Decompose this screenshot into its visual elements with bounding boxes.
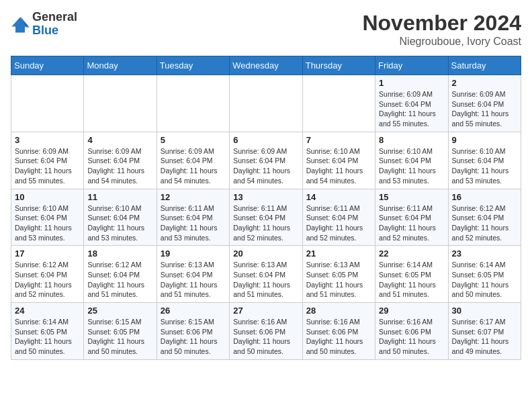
calendar-day-cell: 11Sunrise: 6:10 AM Sunset: 6:04 PM Dayli… [84,189,157,246]
calendar-day-cell [302,75,375,132]
day-info: Sunrise: 6:09 AM Sunset: 6:04 PM Dayligh… [15,146,80,186]
logo-text: General Blue [32,11,77,38]
calendar-week-row: 3Sunrise: 6:09 AM Sunset: 6:04 PM Daylig… [11,132,521,189]
day-number: 16 [452,192,517,202]
calendar-day-cell [157,75,229,132]
calendar-day-cell: 20Sunrise: 6:13 AM Sunset: 6:04 PM Dayli… [230,246,302,303]
calendar-day-cell: 3Sunrise: 6:09 AM Sunset: 6:04 PM Daylig… [11,132,84,189]
day-info: Sunrise: 6:16 AM Sunset: 6:06 PM Dayligh… [379,317,444,357]
calendar-day-cell: 17Sunrise: 6:12 AM Sunset: 6:04 PM Dayli… [11,246,84,303]
day-info: Sunrise: 6:14 AM Sunset: 6:05 PM Dayligh… [15,317,80,357]
day-number: 4 [87,135,152,145]
day-number: 23 [452,248,517,259]
day-number: 27 [233,306,298,316]
day-number: 9 [452,135,517,145]
day-number: 15 [379,192,444,202]
calendar-week-row: 10Sunrise: 6:10 AM Sunset: 6:04 PM Dayli… [11,189,521,246]
calendar-day-cell: 12Sunrise: 6:11 AM Sunset: 6:04 PM Dayli… [157,189,229,246]
day-info: Sunrise: 6:13 AM Sunset: 6:05 PM Dayligh… [306,260,371,300]
day-info: Sunrise: 6:09 AM Sunset: 6:04 PM Dayligh… [379,89,444,129]
location-title: Niegrouboue, Ivory Coast [362,36,521,48]
day-info: Sunrise: 6:15 AM Sunset: 6:05 PM Dayligh… [87,317,152,357]
day-of-week-header: Saturday [448,56,521,75]
calendar-day-cell: 5Sunrise: 6:09 AM Sunset: 6:04 PM Daylig… [157,132,229,189]
calendar-day-cell: 8Sunrise: 6:10 AM Sunset: 6:04 PM Daylig… [375,132,448,189]
day-number: 20 [233,248,298,259]
day-number: 6 [233,135,298,145]
calendar-day-cell: 18Sunrise: 6:12 AM Sunset: 6:04 PM Dayli… [84,246,157,303]
day-number: 19 [161,248,226,259]
calendar-week-row: 24Sunrise: 6:14 AM Sunset: 6:05 PM Dayli… [11,303,521,360]
day-info: Sunrise: 6:15 AM Sunset: 6:06 PM Dayligh… [161,317,226,357]
day-number: 30 [452,306,517,316]
calendar-day-cell: 27Sunrise: 6:16 AM Sunset: 6:06 PM Dayli… [230,303,302,360]
title-block: November 2024 Niegrouboue, Ivory Coast [362,11,521,48]
day-number: 21 [306,248,371,259]
calendar-day-cell: 15Sunrise: 6:11 AM Sunset: 6:04 PM Dayli… [375,189,448,246]
calendar-day-cell: 26Sunrise: 6:15 AM Sunset: 6:06 PM Dayli… [157,303,229,360]
day-info: Sunrise: 6:16 AM Sunset: 6:06 PM Dayligh… [233,317,298,357]
calendar-day-cell: 14Sunrise: 6:11 AM Sunset: 6:04 PM Dayli… [302,189,375,246]
day-info: Sunrise: 6:13 AM Sunset: 6:04 PM Dayligh… [233,260,298,300]
calendar-day-cell: 19Sunrise: 6:13 AM Sunset: 6:04 PM Dayli… [157,246,229,303]
day-info: Sunrise: 6:16 AM Sunset: 6:06 PM Dayligh… [306,317,371,357]
day-info: Sunrise: 6:11 AM Sunset: 6:04 PM Dayligh… [306,203,371,243]
logo-icon [11,15,30,34]
day-of-week-header: Sunday [11,56,84,75]
calendar-day-cell [230,75,302,132]
day-info: Sunrise: 6:12 AM Sunset: 6:04 PM Dayligh… [87,260,152,300]
day-info: Sunrise: 6:12 AM Sunset: 6:04 PM Dayligh… [15,260,80,300]
day-info: Sunrise: 6:17 AM Sunset: 6:07 PM Dayligh… [452,317,517,357]
day-of-week-header: Friday [375,56,448,75]
day-info: Sunrise: 6:12 AM Sunset: 6:04 PM Dayligh… [452,203,517,243]
day-number: 29 [379,306,444,316]
day-info: Sunrise: 6:13 AM Sunset: 6:04 PM Dayligh… [161,260,226,300]
day-info: Sunrise: 6:11 AM Sunset: 6:04 PM Dayligh… [233,203,298,243]
calendar-header-row: SundayMondayTuesdayWednesdayThursdayFrid… [11,56,521,75]
day-info: Sunrise: 6:09 AM Sunset: 6:04 PM Dayligh… [87,146,152,186]
day-number: 18 [87,248,152,259]
day-number: 13 [233,192,298,202]
day-info: Sunrise: 6:10 AM Sunset: 6:04 PM Dayligh… [452,146,517,186]
day-number: 25 [87,306,152,316]
calendar-table: SundayMondayTuesdayWednesdayThursdayFrid… [11,56,521,360]
calendar-day-cell: 6Sunrise: 6:09 AM Sunset: 6:04 PM Daylig… [230,132,302,189]
day-number: 11 [87,192,152,202]
day-of-week-header: Wednesday [230,56,302,75]
calendar-day-cell: 2Sunrise: 6:09 AM Sunset: 6:04 PM Daylig… [448,75,521,132]
day-number: 14 [306,192,371,202]
day-number: 12 [161,192,226,202]
calendar-day-cell: 1Sunrise: 6:09 AM Sunset: 6:04 PM Daylig… [375,75,448,132]
calendar-day-cell: 23Sunrise: 6:14 AM Sunset: 6:05 PM Dayli… [448,246,521,303]
calendar-day-cell: 10Sunrise: 6:10 AM Sunset: 6:04 PM Dayli… [11,189,84,246]
calendar-day-cell [84,75,157,132]
day-info: Sunrise: 6:11 AM Sunset: 6:04 PM Dayligh… [161,203,226,243]
logo: General Blue [11,11,77,38]
day-info: Sunrise: 6:09 AM Sunset: 6:04 PM Dayligh… [452,89,517,129]
day-info: Sunrise: 6:10 AM Sunset: 6:04 PM Dayligh… [87,203,152,243]
day-of-week-header: Tuesday [157,56,229,75]
calendar-day-cell: 22Sunrise: 6:14 AM Sunset: 6:05 PM Dayli… [375,246,448,303]
calendar-day-cell: 9Sunrise: 6:10 AM Sunset: 6:04 PM Daylig… [448,132,521,189]
day-number: 10 [15,192,80,202]
calendar-day-cell: 7Sunrise: 6:10 AM Sunset: 6:04 PM Daylig… [302,132,375,189]
day-number: 1 [379,78,444,88]
calendar-day-cell: 21Sunrise: 6:13 AM Sunset: 6:05 PM Dayli… [302,246,375,303]
day-info: Sunrise: 6:10 AM Sunset: 6:04 PM Dayligh… [15,203,80,243]
day-number: 5 [161,135,226,145]
day-number: 26 [161,306,226,316]
day-info: Sunrise: 6:10 AM Sunset: 6:04 PM Dayligh… [306,146,371,186]
day-of-week-header: Thursday [302,56,375,75]
calendar-week-row: 17Sunrise: 6:12 AM Sunset: 6:04 PM Dayli… [11,246,521,303]
day-number: 8 [379,135,444,145]
day-number: 28 [306,306,371,316]
day-info: Sunrise: 6:10 AM Sunset: 6:04 PM Dayligh… [379,146,444,186]
calendar-day-cell: 25Sunrise: 6:15 AM Sunset: 6:05 PM Dayli… [84,303,157,360]
day-number: 24 [15,306,80,316]
calendar-day-cell: 16Sunrise: 6:12 AM Sunset: 6:04 PM Dayli… [448,189,521,246]
calendar-day-cell: 28Sunrise: 6:16 AM Sunset: 6:06 PM Dayli… [302,303,375,360]
day-of-week-header: Monday [84,56,157,75]
calendar-day-cell: 30Sunrise: 6:17 AM Sunset: 6:07 PM Dayli… [448,303,521,360]
calendar-day-cell [11,75,84,132]
day-info: Sunrise: 6:09 AM Sunset: 6:04 PM Dayligh… [233,146,298,186]
